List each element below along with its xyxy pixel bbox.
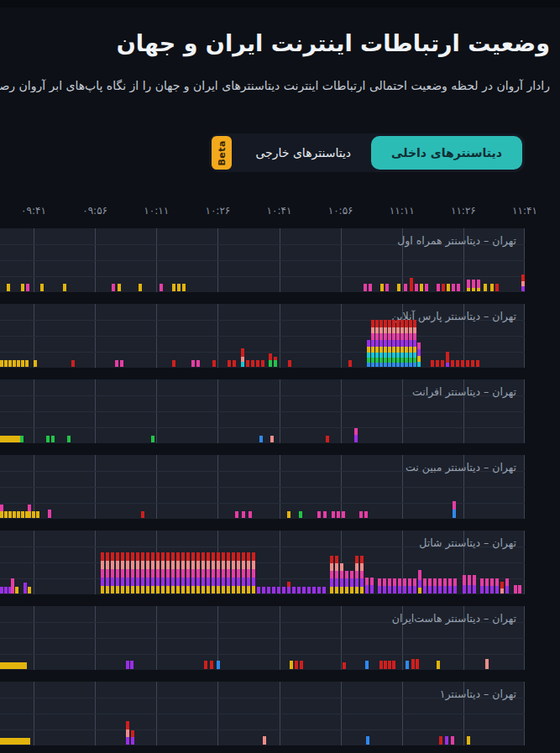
status-bar[interactable] [466,360,469,367]
status-bar[interactable] [518,585,521,594]
status-bar[interactable] [115,360,118,367]
status-bar[interactable] [400,320,404,367]
status-bar[interactable] [262,587,265,594]
status-bar[interactable] [317,511,321,518]
status-bar[interactable] [249,511,252,518]
status-bar[interactable] [172,360,175,367]
status-bar[interactable] [222,552,225,594]
status-bar[interactable] [369,284,372,291]
status-bar[interactable] [201,552,205,594]
status-bar[interactable] [106,552,109,594]
status-bar[interactable] [476,360,479,367]
status-bar[interactable] [485,659,489,669]
status-bar[interactable] [242,552,245,594]
status-bar[interactable] [207,552,210,594]
status-bar[interactable] [332,511,335,518]
status-bar[interactable] [326,436,329,442]
status-bar[interactable] [242,511,245,518]
status-bar[interactable] [500,582,504,594]
status-bar[interactable] [456,360,459,367]
status-bar[interactable] [136,552,139,594]
status-bar[interactable] [28,505,31,518]
status-bar[interactable] [441,360,444,367]
status-bar[interactable] [468,575,471,594]
status-bar[interactable] [228,360,231,367]
status-bar[interactable] [172,284,175,291]
status-bar[interactable] [307,587,311,594]
status-bar[interactable] [269,353,272,367]
status-bar[interactable] [317,587,321,594]
status-bar[interactable] [405,320,408,367]
status-bar[interactable] [101,552,104,594]
status-bar[interactable] [471,360,474,367]
status-bar[interactable] [467,280,470,291]
status-bar[interactable] [297,587,301,594]
tab-domestic-datacenters[interactable]: دیتاسنترهای داخلی [371,136,522,170]
status-bar[interactable] [364,284,367,291]
status-bar[interactable] [36,511,39,518]
status-bar[interactable] [32,511,35,518]
status-bar[interactable] [21,360,24,367]
status-bar[interactable] [295,661,298,669]
status-bar[interactable] [355,556,359,594]
status-bar[interactable] [287,511,290,518]
status-bar[interactable] [227,552,230,594]
status-bar[interactable] [300,661,303,669]
status-bar[interactable] [48,510,51,518]
status-bar[interactable] [340,563,343,594]
status-bar[interactable] [71,360,75,367]
status-bar[interactable] [472,280,475,291]
status-bar[interactable] [287,582,290,594]
status-bar[interactable] [437,284,440,291]
status-bar[interactable] [409,320,412,367]
status-bar[interactable] [364,511,368,518]
status-bar[interactable] [232,552,235,594]
status-bar[interactable] [299,511,302,518]
status-bar[interactable] [63,284,66,291]
status-bar[interactable] [196,552,200,594]
status-bar[interactable] [384,661,387,669]
status-bar[interactable] [252,552,255,594]
status-bar[interactable] [388,661,391,669]
status-bar[interactable] [212,360,216,367]
status-bar[interactable] [131,730,134,745]
status-bar[interactable] [378,578,381,594]
status-bar[interactable] [380,284,384,291]
status-bar[interactable] [345,571,348,594]
status-bar[interactable] [366,736,369,745]
status-bar[interactable] [24,583,27,594]
tab-foreign-datacenters[interactable]: دیتاسنترهای خارجی [235,136,371,170]
status-bar[interactable] [480,578,484,594]
status-bar[interactable] [120,360,123,367]
status-bar[interactable] [4,587,8,594]
status-bar[interactable] [118,284,121,291]
status-bar[interactable] [433,578,437,594]
status-bar[interactable] [490,284,494,291]
status-bar[interactable] [406,661,409,669]
status-bar[interactable] [141,511,144,518]
status-bar[interactable] [453,578,457,594]
status-bar[interactable] [182,284,186,291]
status-bar[interactable] [0,360,3,367]
status-bar[interactable] [17,511,20,518]
status-bar[interactable] [408,578,411,594]
status-bar[interactable] [379,320,383,367]
status-bar[interactable] [451,360,454,367]
status-bar[interactable] [141,552,144,594]
status-bar[interactable] [463,575,466,594]
status-bar[interactable] [417,343,421,367]
status-bar[interactable] [277,587,280,594]
status-bar[interactable] [212,552,215,594]
status-bar[interactable] [473,575,476,594]
status-bar[interactable] [371,320,374,367]
status-bar[interactable] [342,511,345,518]
status-bar[interactable] [171,552,175,594]
status-bar[interactable] [457,284,460,291]
status-bar[interactable] [20,436,24,442]
status-bar[interactable] [505,578,509,594]
status-bar[interactable] [166,552,170,594]
status-bar[interactable] [191,360,195,367]
status-bar[interactable] [359,511,363,518]
status-bar[interactable] [235,511,238,518]
status-bar[interactable] [343,662,346,669]
